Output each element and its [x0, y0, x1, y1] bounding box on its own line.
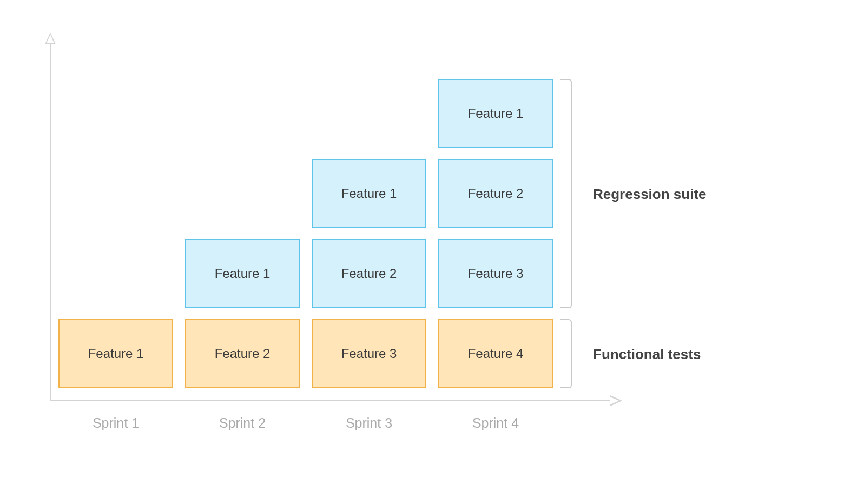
regression-box-sprint2-f1: Feature 1 [185, 239, 300, 308]
y-axis [49, 32, 52, 400]
bracket-regression [560, 79, 572, 308]
sprint-regression-diagram: Feature 1 Feature 2 Feature 3 Feature 4 … [49, 32, 795, 465]
x-tick-sprint4: Sprint 4 [438, 415, 553, 431]
x-tick-sprint1: Sprint 1 [58, 415, 173, 431]
functional-box-sprint3: Feature 3 [312, 319, 426, 388]
x-axis-arrow-icon [610, 395, 622, 406]
functional-box-sprint2: Feature 2 [185, 319, 300, 388]
x-tick-sprint3: Sprint 3 [312, 415, 426, 431]
x-axis [49, 399, 622, 402]
label-functional-tests: Functional tests [593, 346, 701, 363]
regression-box-sprint4-f2: Feature 2 [438, 159, 553, 228]
label-regression-suite: Regression suite [593, 186, 707, 203]
functional-box-sprint4: Feature 4 [438, 319, 553, 388]
x-axis-line [50, 400, 612, 401]
regression-box-sprint4-f1: Feature 1 [438, 79, 553, 148]
regression-box-sprint3-f2: Feature 2 [312, 239, 426, 308]
regression-box-sprint3-f1: Feature 1 [312, 159, 426, 228]
regression-box-sprint4-f3: Feature 3 [438, 239, 553, 308]
x-tick-sprint2: Sprint 2 [185, 415, 300, 431]
functional-box-sprint1: Feature 1 [58, 319, 173, 388]
bracket-functional [560, 319, 572, 388]
y-axis-arrow-icon [45, 32, 56, 44]
y-axis-line [50, 42, 51, 400]
